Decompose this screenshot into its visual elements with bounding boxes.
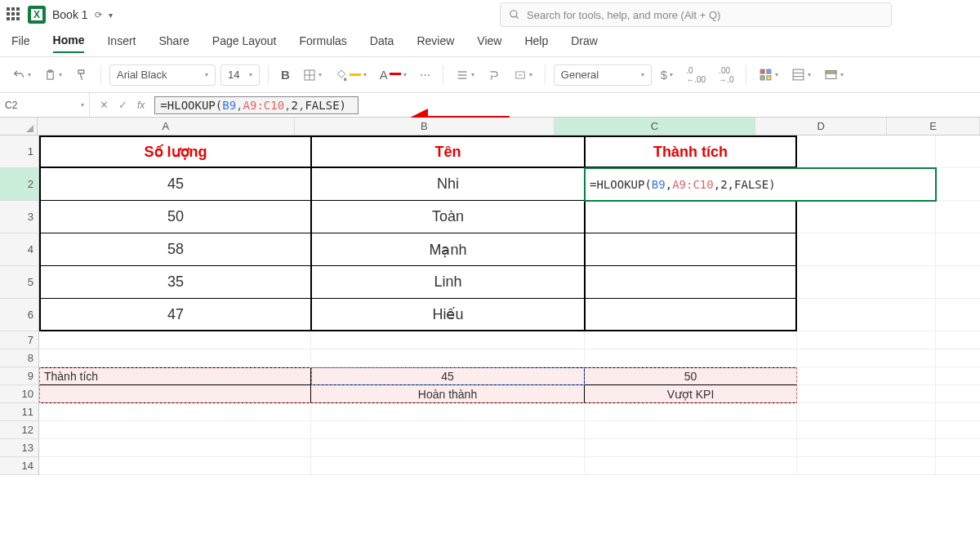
- cell-D9[interactable]: [797, 367, 936, 385]
- row-header-11[interactable]: 11: [0, 403, 39, 421]
- spreadsheet-grid[interactable]: ABCDE 1234567891011121314 Số lượngTênThà…: [0, 118, 980, 551]
- row-header-2[interactable]: 2: [0, 168, 39, 201]
- fill-color-button[interactable]: ▾: [331, 66, 371, 84]
- filename-dropdown-icon[interactable]: ▾: [109, 11, 113, 20]
- cell-E9[interactable]: [936, 367, 980, 385]
- menu-tab-home[interactable]: Home: [53, 33, 85, 53]
- cell-B5[interactable]: Linh: [311, 266, 585, 299]
- cell-B10[interactable]: Hoàn thành: [311, 385, 585, 403]
- cell-A10[interactable]: [39, 385, 311, 403]
- col-header-D[interactable]: D: [755, 118, 887, 135]
- more-font-button[interactable]: ⋯: [416, 66, 434, 83]
- cell-E6[interactable]: [936, 299, 980, 331]
- col-header-C[interactable]: C: [555, 118, 755, 135]
- select-all-corner[interactable]: [0, 118, 38, 135]
- number-format-select[interactable]: General▾: [554, 64, 652, 86]
- cell-D13[interactable]: [797, 439, 936, 457]
- cell-E5[interactable]: [936, 266, 980, 299]
- cell-A4[interactable]: 58: [39, 233, 311, 266]
- file-name[interactable]: Book 1: [52, 8, 88, 21]
- cancel-formula-icon[interactable]: ✕: [100, 99, 109, 111]
- cell-B1[interactable]: Tên: [311, 136, 585, 168]
- cell-E13[interactable]: [936, 439, 980, 457]
- cell-B2[interactable]: Nhi: [311, 168, 585, 201]
- cell-A14[interactable]: [39, 457, 311, 475]
- col-header-E[interactable]: E: [887, 118, 980, 135]
- cell-C4[interactable]: [585, 233, 797, 266]
- row-header-13[interactable]: 13: [0, 439, 39, 457]
- cell-C12[interactable]: [585, 421, 797, 439]
- cell-D1[interactable]: [797, 136, 936, 168]
- bold-button[interactable]: B: [277, 65, 294, 84]
- cell-styles-button[interactable]: ▾: [820, 65, 848, 84]
- cell-B13[interactable]: [311, 439, 585, 457]
- cell-B7[interactable]: [311, 331, 585, 349]
- menu-tab-draw[interactable]: Draw: [571, 34, 598, 52]
- paste-button[interactable]: ▾: [40, 66, 66, 84]
- cell-B3[interactable]: Toàn: [311, 201, 585, 233]
- cell-A2[interactable]: 45: [39, 168, 311, 201]
- cell-C10[interactable]: Vượt KPI: [585, 385, 797, 403]
- menu-tab-insert[interactable]: Insert: [107, 34, 136, 52]
- menu-tab-view[interactable]: View: [477, 34, 501, 52]
- col-header-B[interactable]: B: [295, 118, 555, 135]
- cell-E7[interactable]: [936, 331, 980, 349]
- cell-D11[interactable]: [797, 403, 936, 421]
- menu-tab-file[interactable]: File: [11, 34, 30, 52]
- cell-E11[interactable]: [936, 403, 980, 421]
- cell-D6[interactable]: [797, 299, 936, 331]
- cell-A9[interactable]: Thành tích: [39, 367, 311, 385]
- accept-formula-icon[interactable]: ✓: [118, 99, 127, 111]
- cell-B4[interactable]: Mạnh: [311, 233, 585, 266]
- formula-input[interactable]: =HLOOKUP(B9,A9:C10,2,FALSE): [154, 96, 359, 114]
- cell-A5[interactable]: 35: [39, 266, 311, 299]
- row-header-14[interactable]: 14: [0, 457, 39, 475]
- cell-E1[interactable]: [936, 136, 980, 168]
- cell-C14[interactable]: [585, 457, 797, 475]
- cell-D4[interactable]: [797, 233, 936, 266]
- cell-E12[interactable]: [936, 421, 980, 439]
- menu-tab-share[interactable]: Share: [158, 34, 189, 52]
- cell-C7[interactable]: [585, 331, 797, 349]
- currency-button[interactable]: $▾: [657, 65, 677, 84]
- cell-A1[interactable]: Số lượng: [39, 136, 311, 168]
- row-header-10[interactable]: 10: [0, 385, 39, 403]
- cell-B12[interactable]: [311, 421, 585, 439]
- cell-E3[interactable]: [936, 201, 980, 233]
- col-header-A[interactable]: A: [38, 118, 296, 135]
- format-painter-button[interactable]: [71, 66, 92, 84]
- menu-tab-formulas[interactable]: Formulas: [299, 34, 346, 52]
- row-header-5[interactable]: 5: [0, 266, 39, 299]
- menu-tab-data[interactable]: Data: [370, 34, 394, 52]
- cell-D5[interactable]: [797, 266, 936, 299]
- cell-B9[interactable]: 45: [311, 367, 585, 385]
- cell-C2-editing[interactable]: =HLOOKUP(B9,A9:C10,2,FALSE): [585, 168, 936, 201]
- cell-B14[interactable]: [311, 457, 585, 475]
- cell-D14[interactable]: [797, 457, 936, 475]
- cell-C11[interactable]: [585, 403, 797, 421]
- cell-A13[interactable]: [39, 439, 311, 457]
- cell-D7[interactable]: [797, 331, 936, 349]
- cell-C13[interactable]: [585, 439, 797, 457]
- fx-icon[interactable]: fx: [137, 100, 145, 111]
- sync-status-icon[interactable]: ⟳: [95, 10, 102, 20]
- row-header-6[interactable]: 6: [0, 299, 39, 331]
- menu-tab-page-layout[interactable]: Page Layout: [212, 34, 277, 52]
- decrease-decimal-button[interactable]: .00→.0: [715, 64, 737, 87]
- cell-A11[interactable]: [39, 403, 311, 421]
- search-input[interactable]: Search for tools, help, and more (Alt + …: [500, 2, 892, 27]
- app-launcher-icon[interactable]: [7, 7, 21, 22]
- undo-button[interactable]: ▾: [8, 66, 35, 84]
- cell-D3[interactable]: [797, 201, 936, 233]
- cell-B11[interactable]: [311, 403, 585, 421]
- cell-E4[interactable]: [936, 233, 980, 266]
- cell-C6[interactable]: [585, 299, 797, 331]
- cell-A12[interactable]: [39, 421, 311, 439]
- font-color-button[interactable]: A▾: [376, 65, 411, 84]
- menu-tab-review[interactable]: Review: [416, 34, 454, 52]
- cell-E14[interactable]: [936, 457, 980, 475]
- cell-A3[interactable]: 50: [39, 201, 311, 233]
- row-header-8[interactable]: 8: [0, 349, 39, 367]
- cell-A6[interactable]: 47: [39, 299, 311, 331]
- conditional-format-button[interactable]: ▾: [755, 65, 782, 84]
